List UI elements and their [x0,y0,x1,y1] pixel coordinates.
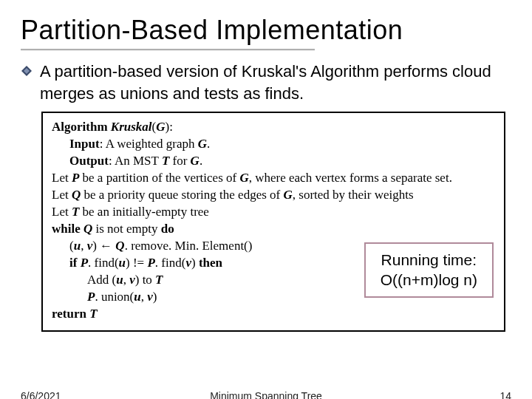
running-time-box: Running time: O((n+m)log n) [364,242,494,298]
t: G [191,154,200,168]
t: T [89,307,97,321]
t: if [69,256,81,270]
t: be a partition of the vertices of [79,171,239,185]
t: . [200,154,202,168]
t: Kruskal [111,120,152,134]
t: for [169,154,190,168]
algo-let-t: Let T be an initially-empty tree [52,204,495,221]
t: . find( [155,256,186,270]
t: while [52,222,83,236]
slide-title: Partition-Based Implementation [21,15,511,46]
t: : A weighted graph [100,137,198,151]
t: T [162,154,169,168]
algo-input: Input: A weighted graph G. [52,136,495,153]
t: T [155,273,163,287]
t: ) to [135,273,155,287]
t: Add ( [87,273,116,287]
t: , [81,239,87,253]
t: Input [69,137,100,151]
title-rule [21,49,315,50]
t: ) [153,290,157,304]
t: v [129,273,135,287]
t: u [74,239,81,253]
t: is not empty [92,222,161,236]
algo-header: Algorithm Kruskal(G): [52,119,495,136]
t: . remove. Min. Element() [125,239,253,253]
t: Q [115,239,124,253]
t: return [52,307,89,321]
bullet-row: A partition-based version of Kruskal's A… [21,61,511,104]
arrow-icon: ← [100,239,115,253]
t: P [72,171,79,185]
t: Output [69,154,109,168]
t: Q [72,188,81,202]
t: P [147,256,154,270]
rt-line2: O((n+m)log n) [381,270,477,290]
algo-let-p: Let P be a partition of the vertices of … [52,170,495,187]
t: ) [92,239,100,253]
t: G [239,171,248,185]
t: G [198,137,207,151]
t: then [199,256,222,270]
algo-while: while Q is not empty do [52,221,495,238]
t: ) [191,256,199,270]
t: , [141,290,148,304]
t: v [147,290,153,304]
t: be a priority queue storing the edges of [81,188,283,202]
t: , where each vertex forms a separate set… [249,171,452,185]
t: P [87,290,95,304]
t: u [116,273,123,287]
t: be an initially-empty tree [79,205,209,219]
t: Algorithm [52,120,111,134]
t: ): [166,120,173,134]
t: Q [83,222,92,236]
footer-page-number: 14 [499,390,511,399]
t: T [72,205,79,219]
footer-date: 6/6/2021 [21,390,61,399]
t: : An MST [109,154,162,168]
t: P [81,256,88,270]
slide: Partition-Based Implementation A partiti… [0,0,532,399]
t: Let [52,188,72,202]
t: , sorted by their weights [293,188,414,202]
t: . find( [88,256,119,270]
t: Let [52,171,72,185]
t: ) != [126,256,147,270]
footer-title: Minimum Spanning Tree [210,390,322,399]
diamond-bullet-icon [21,65,33,80]
algo-output: Output: An MST T for G. [52,153,495,170]
t: , [123,273,130,287]
t: v [185,256,191,270]
t: . [207,137,210,151]
t: G [156,120,165,134]
rt-line1: Running time: [381,250,477,270]
t: G [283,188,292,202]
t: . union( [95,290,134,304]
t: Let [52,205,72,219]
algo-let-q: Let Q be a priority queue storing the ed… [52,187,495,204]
t: u [134,290,140,304]
algorithm-box: Algorithm Kruskal(G): Input: A weighted … [41,112,505,331]
t: do [161,222,174,236]
t: u [119,256,126,270]
bullet-text: A partition-based version of Kruskal's A… [40,61,511,104]
algo-return: return T [52,306,495,323]
